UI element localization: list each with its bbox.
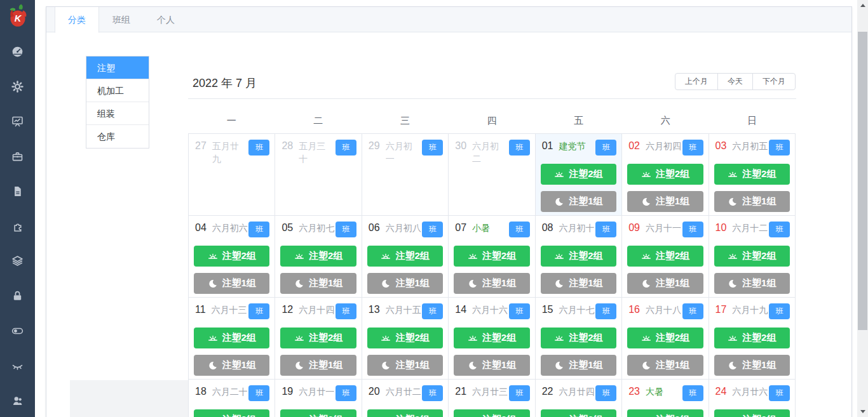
day-shift-button[interactable]: 注塑2组	[627, 328, 703, 348]
prev-month-button[interactable]: 上个月	[675, 73, 718, 90]
day-shift-button[interactable]: 注塑2组	[194, 409, 269, 417]
calendar-day-cell[interactable]: 09 六月十一 班 注塑2组 注塑1组	[622, 216, 709, 298]
calendar-day-cell[interactable]: 13 六月十五 班 注塑2组 注塑1组	[362, 298, 449, 380]
calendar-day-cell[interactable]: 22 六月廿四 班 注塑2组 注塑1组	[536, 380, 622, 417]
day-shift-button[interactable]: 注塑2组	[541, 409, 616, 417]
shift-type-badge[interactable]: 班	[595, 140, 616, 156]
today-button[interactable]: 今天	[717, 73, 753, 90]
shift-type-badge[interactable]: 班	[769, 303, 790, 319]
night-shift-button[interactable]: 注塑1组	[714, 191, 790, 212]
night-shift-button[interactable]: 注塑1组	[280, 355, 356, 376]
shift-type-badge[interactable]: 班	[336, 140, 356, 156]
category-item-1[interactable]: 机加工	[86, 79, 149, 102]
day-shift-button[interactable]: 注塑2组	[280, 409, 356, 417]
shift-type-badge[interactable]: 班	[248, 303, 269, 319]
calendar-day-cell[interactable]: 05 六月初七 班 注塑2组 注塑1组	[275, 216, 362, 298]
scroll-down-arrow-icon[interactable]	[857, 406, 868, 417]
shift-type-badge[interactable]: 班	[595, 385, 616, 401]
app-logo[interactable]: K	[5, 3, 31, 30]
shift-type-badge[interactable]: 班	[248, 385, 269, 401]
night-shift-button[interactable]: 注塑1组	[541, 355, 616, 376]
shift-type-badge[interactable]: 班	[769, 140, 790, 156]
shift-type-badge[interactable]: 班	[682, 385, 703, 401]
calendar-day-cell[interactable]: 19 六月廿一 班 注塑2组 注塑1组	[275, 380, 362, 417]
day-shift-button[interactable]: 注塑2组	[541, 246, 616, 267]
day-shift-button[interactable]: 注塑2组	[541, 164, 616, 185]
calendar-day-cell[interactable]: 04 六月初六 班 注塑2组 注塑1组	[189, 216, 275, 298]
calendar-day-cell[interactable]: 17 六月十九 班 注塑2组 注塑1组	[709, 298, 796, 380]
calendar-day-cell[interactable]: 02 六月初四 班 注塑2组 注塑1组	[622, 134, 709, 216]
day-shift-button[interactable]: 注塑2组	[714, 409, 790, 417]
shift-type-badge[interactable]: 班	[769, 385, 790, 401]
scroll-up-arrow-icon[interactable]	[857, 0, 868, 11]
calendar-day-cell[interactable]: 12 六月十四 班 注塑2组 注塑1组	[275, 298, 362, 380]
day-shift-button[interactable]: 注塑2组	[714, 164, 790, 185]
shift-type-badge[interactable]: 班	[595, 303, 616, 319]
layers-icon[interactable]	[0, 254, 35, 268]
scrollbar-thumb[interactable]	[858, 32, 867, 330]
night-shift-button[interactable]: 注塑1组	[714, 273, 790, 294]
shift-type-badge[interactable]: 班	[422, 222, 443, 237]
calendar-day-cell[interactable]: 27 五月廿九 班	[189, 134, 275, 216]
shift-type-badge[interactable]: 班	[422, 140, 443, 156]
calendar-day-cell[interactable]: 24 六月廿六 班 注塑2组 注塑1组	[709, 380, 796, 417]
shift-type-badge[interactable]: 班	[336, 385, 356, 401]
shift-type-badge[interactable]: 班	[595, 222, 616, 237]
calendar-day-cell[interactable]: 06 六月初八 班 注塑2组 注塑1组	[362, 216, 449, 298]
shift-type-badge[interactable]: 班	[769, 222, 790, 237]
shift-type-badge[interactable]: 班	[682, 303, 703, 319]
night-shift-button[interactable]: 注塑1组	[541, 273, 616, 294]
night-shift-button[interactable]: 注塑1组	[627, 273, 703, 294]
night-shift-button[interactable]: 注塑1组	[627, 355, 703, 376]
calendar-day-cell[interactable]: 16 六月十八 班 注塑2组 注塑1组	[622, 298, 709, 380]
calendar-day-cell[interactable]: 15 六月十七 班 注塑2组 注塑1组	[536, 298, 622, 380]
night-shift-button[interactable]: 注塑1组	[541, 191, 616, 212]
shift-type-badge[interactable]: 班	[509, 140, 530, 156]
category-item-2[interactable]: 组装	[86, 102, 149, 125]
calendar-day-cell[interactable]: 28 五月三十 班	[275, 134, 362, 216]
day-shift-button[interactable]: 注塑2组	[454, 328, 529, 348]
toggle-icon[interactable]	[0, 324, 35, 338]
shift-type-badge[interactable]: 班	[509, 385, 530, 401]
night-shift-button[interactable]: 注塑1组	[714, 355, 790, 376]
night-shift-button[interactable]: 注塑1组	[280, 273, 356, 294]
night-shift-button[interactable]: 注塑1组	[194, 355, 269, 376]
monitor-chart-icon[interactable]	[0, 114, 35, 128]
day-shift-button[interactable]: 注塑2组	[454, 246, 529, 267]
shift-type-badge[interactable]: 班	[682, 222, 703, 237]
category-item-0[interactable]: 注塑	[86, 56, 149, 79]
shift-type-badge[interactable]: 班	[248, 140, 269, 156]
page-scrollbar[interactable]	[857, 0, 868, 417]
tab-item-2[interactable]: 个人	[144, 7, 188, 32]
eye-closed-icon[interactable]	[0, 359, 35, 373]
night-shift-button[interactable]: 注塑1组	[454, 355, 529, 376]
tab-item-1[interactable]: 班组	[99, 7, 144, 32]
night-shift-button[interactable]: 注塑1组	[194, 273, 269, 294]
day-shift-button[interactable]: 注塑2组	[627, 164, 703, 185]
dashboard-icon[interactable]	[0, 44, 35, 58]
gear-icon[interactable]	[0, 79, 35, 93]
shift-type-badge[interactable]: 班	[248, 222, 269, 237]
shift-type-badge[interactable]: 班	[509, 222, 530, 237]
calendar-day-cell[interactable]: 01 建党节 班 注塑2组 注塑1组	[536, 134, 622, 216]
day-shift-button[interactable]: 注塑2组	[714, 246, 790, 267]
calendar-day-cell[interactable]: 14 六月十六 班 注塑2组 注塑1组	[449, 298, 535, 380]
calendar-day-cell[interactable]: 10 六月十二 班 注塑2组 注塑1组	[709, 216, 796, 298]
shift-type-badge[interactable]: 班	[336, 222, 356, 237]
briefcase-icon[interactable]	[0, 149, 35, 163]
calendar-day-cell[interactable]: 11 六月十三 班 注塑2组 注塑1组	[189, 298, 275, 380]
day-shift-button[interactable]: 注塑2组	[541, 328, 616, 348]
shift-type-badge[interactable]: 班	[422, 385, 443, 401]
shift-type-badge[interactable]: 班	[682, 140, 703, 156]
night-shift-button[interactable]: 注塑1组	[367, 273, 443, 294]
day-shift-button[interactable]: 注塑2组	[454, 409, 529, 417]
calendar-day-cell[interactable]: 23 大暑 班 注塑2组 注塑1组	[622, 380, 709, 417]
calendar-day-cell[interactable]: 08 六月初十 班 注塑2组 注塑1组	[536, 216, 622, 298]
calendar-day-cell[interactable]: 30 六月初二 班	[449, 134, 535, 216]
lock-icon[interactable]	[0, 289, 35, 303]
calendar-day-cell[interactable]: 03 六月初五 班 注塑2组 注塑1组	[709, 134, 796, 216]
calendar-day-cell[interactable]: 21 六月廿三 班 注塑2组 注塑1组	[449, 380, 535, 417]
document-icon[interactable]	[0, 184, 35, 198]
tab-item-0[interactable]: 分类	[55, 7, 99, 33]
day-shift-button[interactable]: 注塑2组	[367, 246, 443, 267]
